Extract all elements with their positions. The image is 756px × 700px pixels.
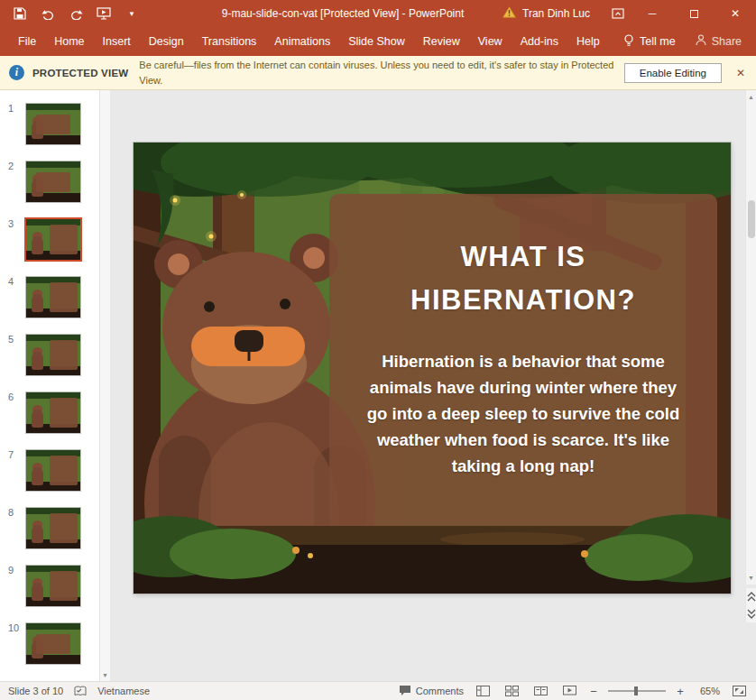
scrollbar-thumb[interactable] <box>748 200 755 238</box>
slide-title[interactable]: WHAT IS HIBERNATION? <box>374 235 672 322</box>
thumbnail-number: 8 <box>8 507 14 518</box>
comment-icon <box>399 685 411 698</box>
ribbon-display-options-icon[interactable] <box>604 0 632 27</box>
slide-canvas[interactable]: WHAT IS HIBERNATION? Hibernation is a be… <box>134 143 731 594</box>
account-area[interactable]: Tran Dinh Luc <box>502 6 590 21</box>
close-button[interactable]: ✕ <box>715 0 756 27</box>
thumbnail-slide-1[interactable]: 1 <box>0 101 99 155</box>
thumbnail-number: 2 <box>8 161 14 171</box>
slide-thumbnail-panel: 1 2 3 4 5 6 7 <box>0 90 110 681</box>
next-slide-button[interactable] <box>745 605 756 622</box>
save-icon[interactable] <box>13 6 27 21</box>
tab-help[interactable]: Help <box>567 28 609 55</box>
slide-text-block: WHAT IS HIBERNATION? Hibernation is a be… <box>329 194 717 541</box>
language-indicator[interactable]: Vietnamese <box>97 686 150 696</box>
tab-file[interactable]: File <box>9 28 45 55</box>
thumbnail-slide-5[interactable]: 5 <box>0 332 99 386</box>
zoom-slider-thumb[interactable] <box>634 686 638 695</box>
thumbnail-number: 1 <box>8 103 14 114</box>
zoom-slider[interactable] <box>608 690 666 692</box>
thumbnail-slide-2[interactable]: 2 <box>0 159 99 213</box>
start-from-beginning-icon[interactable] <box>97 6 111 21</box>
tab-home[interactable]: Home <box>45 28 93 55</box>
person-icon <box>696 34 706 49</box>
share-button[interactable]: Share <box>696 34 742 49</box>
thumbnail-number: 3 <box>8 218 14 229</box>
slide-sorter-view-button[interactable] <box>502 683 521 699</box>
quick-access-toolbar: ▾ <box>0 6 139 21</box>
previous-slide-button[interactable] <box>745 588 756 605</box>
tab-review[interactable]: Review <box>414 28 469 55</box>
slide-body-text[interactable]: Hibernation is a behavior that some anim… <box>363 349 684 479</box>
tell-me-button[interactable]: Tell me <box>623 34 676 50</box>
tab-add-ins[interactable]: Add-ins <box>512 28 567 55</box>
scroll-up-icon[interactable]: ▲ <box>746 94 756 100</box>
slide-number-indicator: Slide 3 of 10 <box>8 686 63 696</box>
zoom-out-button[interactable]: − <box>588 685 599 698</box>
protected-view-message: Be careful—files from the Internet can c… <box>139 58 623 88</box>
tab-insert[interactable]: Insert <box>94 28 140 55</box>
window-title: 9-mau-slide-con-vat [Protected View] - P… <box>153 7 532 20</box>
share-label: Share <box>712 35 742 48</box>
zoom-percentage[interactable]: 65% <box>695 686 720 696</box>
tab-transitions[interactable]: Transitions <box>193 28 266 55</box>
undo-icon[interactable] <box>41 6 55 21</box>
thumbnail-slide-4[interactable]: 4 <box>0 274 99 328</box>
scroll-down-icon[interactable]: ▼ <box>100 672 110 678</box>
workspace: 1 2 3 4 5 6 7 <box>0 90 756 681</box>
warning-icon <box>502 6 516 21</box>
slide-show-button[interactable] <box>559 683 579 699</box>
tab-design[interactable]: Design <box>140 28 193 55</box>
protected-view-label: PROTECTED VIEW <box>32 68 128 78</box>
lightbulb-icon <box>623 34 634 50</box>
tell-me-label: Tell me <box>640 35 676 48</box>
thumbnail-slide-9[interactable]: 9 <box>0 563 99 617</box>
maximize-icon <box>690 10 698 18</box>
comments-label: Comments <box>416 686 464 696</box>
protected-view-bar: i PROTECTED VIEW Be careful—files from t… <box>0 56 756 90</box>
customize-qat-dropdown-icon[interactable]: ▾ <box>124 6 139 21</box>
tab-animations[interactable]: Animations <box>265 28 339 55</box>
thumbnail-number: 7 <box>8 449 14 460</box>
close-bar-icon[interactable]: ✕ <box>736 67 745 79</box>
thumbnail-slide-7[interactable]: 7 <box>0 447 99 502</box>
info-icon: i <box>9 65 24 80</box>
fit-to-window-button[interactable] <box>729 683 749 699</box>
powerpoint-window: ▾ 9-mau-slide-con-vat [Protected View] -… <box>0 0 756 700</box>
thumbnail-number: 4 <box>8 276 14 287</box>
tab-view[interactable]: View <box>469 28 512 55</box>
comments-button[interactable]: Comments <box>399 685 464 698</box>
thumbnail-number: 5 <box>8 334 14 345</box>
reading-view-button[interactable] <box>530 683 550 699</box>
enable-editing-button[interactable]: Enable Editing <box>624 63 722 83</box>
thumbnail-slide-6[interactable]: 6 <box>0 390 99 444</box>
scroll-down-icon[interactable]: ▼ <box>746 575 756 581</box>
thumbnail-number: 6 <box>8 391 14 402</box>
thumbnail-slide-3-selected[interactable]: 3 <box>0 216 99 271</box>
zoom-in-button[interactable]: + <box>675 685 686 698</box>
slide-editing-area: WHAT IS HIBERNATION? Hibernation is a be… <box>110 90 745 681</box>
normal-view-button[interactable] <box>473 683 493 699</box>
tab-slide-show[interactable]: Slide Show <box>339 28 414 55</box>
thumbnail-number: 10 <box>8 622 19 633</box>
status-bar: Slide 3 of 10 Vietnamese Comments <box>0 681 756 700</box>
thumbnail-slide-10[interactable]: 10 <box>0 621 99 675</box>
maximize-button[interactable] <box>673 0 715 27</box>
thumbnail-slide-8[interactable]: 8 <box>0 505 99 559</box>
title-bar: ▾ 9-mau-slide-con-vat [Protected View] -… <box>0 0 756 27</box>
minimize-button[interactable]: ─ <box>632 0 673 27</box>
user-name: Tran Dinh Luc <box>522 7 590 20</box>
ribbon-tab-bar: File Home Insert Design Transitions Anim… <box>0 27 756 56</box>
thumbnail-number: 9 <box>8 565 14 576</box>
redo-icon[interactable] <box>69 6 83 21</box>
thumbnail-scrollbar[interactable]: ▼ <box>99 90 110 681</box>
proofing-icon[interactable] <box>74 686 87 696</box>
vertical-scrollbar[interactable]: ▲ ▼ <box>745 90 756 585</box>
